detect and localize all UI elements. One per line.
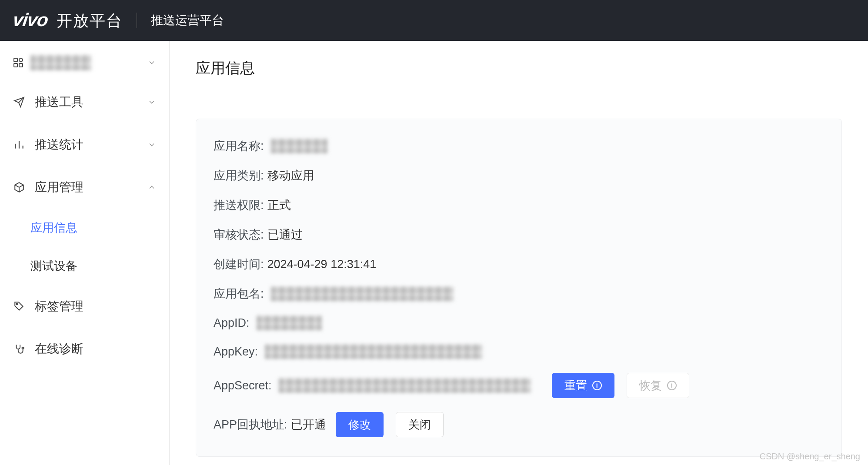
sidebar-item-app-management[interactable]: 应用管理 bbox=[0, 166, 169, 209]
field-value: 移动应用 bbox=[267, 168, 314, 183]
platform-text: 开放平台 bbox=[57, 10, 123, 32]
sidebar-app-selector[interactable] bbox=[0, 44, 169, 81]
redacted-value bbox=[279, 378, 531, 393]
header-subtitle: 推送运营平台 bbox=[151, 12, 224, 29]
sidebar-item-diagnostics[interactable]: 在线诊断 bbox=[0, 328, 169, 370]
sidebar-item-push-stats[interactable]: 推送统计 bbox=[0, 123, 169, 166]
redacted-value bbox=[257, 316, 322, 330]
field-label: AppSecret: bbox=[214, 379, 272, 392]
info-icon: i bbox=[667, 381, 677, 390]
app-info-panel: 应用名称: 应用类别: 移动应用 推送权限: 正式 审核状态: 已通过 创建时间… bbox=[196, 119, 842, 457]
button-label: 关闭 bbox=[408, 417, 431, 432]
sidebar-item-label: 在线诊断 bbox=[35, 341, 156, 357]
bar-chart-icon bbox=[13, 139, 25, 151]
modify-button[interactable]: 修改 bbox=[336, 412, 384, 437]
grid-icon bbox=[13, 57, 23, 68]
chevron-down-icon bbox=[147, 140, 156, 149]
header-divider bbox=[137, 13, 137, 28]
field-label: 应用名称: bbox=[214, 138, 264, 154]
svg-rect-0 bbox=[14, 58, 17, 62]
cube-icon bbox=[13, 181, 25, 193]
watermark: CSDN @sheng_er_sheng bbox=[759, 452, 860, 462]
field-package-name: 应用包名: bbox=[214, 286, 824, 302]
sidebar-item-label: 标签管理 bbox=[35, 298, 156, 315]
stethoscope-icon bbox=[13, 343, 25, 355]
logo: vivo 开放平台 bbox=[13, 10, 123, 32]
field-callback-url: APP回执地址: 已开通 修改 关闭 bbox=[214, 412, 824, 437]
brand-text: vivo bbox=[12, 10, 50, 30]
sidebar-item-tag-management[interactable]: 标签管理 bbox=[0, 285, 169, 328]
field-push-permission: 推送权限: 正式 bbox=[214, 197, 824, 213]
chevron-down-icon bbox=[147, 98, 156, 106]
redacted-value bbox=[271, 139, 327, 153]
field-label: 创建时间: bbox=[214, 256, 264, 272]
field-label: 应用类别: bbox=[214, 168, 264, 183]
field-label: AppKey: bbox=[214, 345, 258, 359]
field-label: AppID: bbox=[214, 316, 250, 330]
redacted-app-name bbox=[30, 55, 91, 70]
main-content: 应用信息 应用名称: 应用类别: 移动应用 推送权限: 正式 审核状态: 已通过… bbox=[170, 41, 868, 465]
sidebar-item-label: 应用管理 bbox=[35, 179, 147, 196]
sidebar-subitem-app-info[interactable]: 应用信息 bbox=[0, 209, 169, 247]
paper-plane-icon bbox=[13, 96, 25, 108]
sidebar-subitem-test-devices[interactable]: 测试设备 bbox=[0, 247, 169, 285]
button-label: 修改 bbox=[348, 417, 371, 432]
sidebar-app-name bbox=[30, 55, 147, 70]
sidebar-item-push-tools[interactable]: 推送工具 bbox=[0, 81, 169, 123]
header: vivo 开放平台 推送运营平台 bbox=[0, 0, 868, 41]
sidebar-item-label: 推送统计 bbox=[35, 136, 147, 153]
sidebar: 推送工具 推送统计 应用管理 bbox=[0, 41, 170, 465]
info-icon: i bbox=[592, 381, 602, 390]
button-label: 重置 bbox=[564, 378, 587, 393]
field-label: 推送权限: bbox=[214, 197, 264, 213]
field-created-time: 创建时间: 2024-04-29 12:31:41 bbox=[214, 256, 824, 272]
svg-point-8 bbox=[22, 347, 24, 349]
field-value: 已通过 bbox=[267, 227, 303, 242]
field-app-name: 应用名称: bbox=[214, 138, 824, 154]
field-value: 2024-04-29 12:31:41 bbox=[267, 258, 377, 271]
field-label: 审核状态: bbox=[214, 227, 264, 242]
svg-rect-3 bbox=[19, 63, 23, 67]
tag-icon bbox=[13, 300, 25, 312]
chevron-up-icon bbox=[147, 183, 156, 192]
field-app-category: 应用类别: 移动应用 bbox=[214, 168, 824, 183]
field-app-secret: AppSecret: 重置 i 恢复 i bbox=[214, 373, 824, 398]
svg-point-7 bbox=[16, 303, 17, 305]
chevron-down-icon bbox=[147, 58, 156, 67]
sidebar-item-label: 推送工具 bbox=[35, 94, 147, 110]
redacted-value bbox=[265, 344, 482, 359]
field-label: 应用包名: bbox=[214, 286, 264, 302]
sidebar-subitem-label: 应用信息 bbox=[30, 221, 77, 234]
redacted-value bbox=[271, 286, 454, 301]
field-audit-status: 审核状态: 已通过 bbox=[214, 227, 824, 242]
field-value: 正式 bbox=[267, 197, 291, 213]
svg-rect-2 bbox=[14, 63, 17, 67]
page-title: 应用信息 bbox=[196, 58, 842, 95]
field-label: APP回执地址: bbox=[214, 417, 287, 432]
field-app-key: AppKey: bbox=[214, 344, 824, 359]
reset-button[interactable]: 重置 i bbox=[552, 373, 614, 398]
field-app-id: AppID: bbox=[214, 316, 824, 330]
button-label: 恢复 bbox=[639, 378, 662, 393]
field-value: 已开通 bbox=[291, 417, 326, 432]
svg-rect-1 bbox=[19, 58, 23, 62]
close-button[interactable]: 关闭 bbox=[396, 412, 444, 437]
sidebar-subitem-label: 测试设备 bbox=[30, 259, 77, 272]
restore-button[interactable]: 恢复 i bbox=[627, 373, 689, 398]
